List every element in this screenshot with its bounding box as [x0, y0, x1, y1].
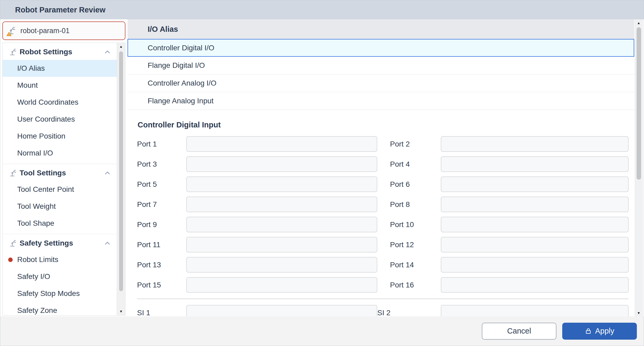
port-14-label: Port 14: [377, 257, 441, 273]
si-1-input[interactable]: [186, 305, 377, 317]
port-1-input[interactable]: [186, 136, 377, 152]
port-10-input[interactable]: [441, 217, 629, 232]
port-9-label: Port 9: [137, 217, 186, 232]
port-13-input[interactable]: [186, 257, 377, 273]
chevron-up-icon: [104, 240, 111, 247]
port-1-label: Port 1: [137, 136, 186, 152]
io-alias-list: I/O Alias Controller Digital I/O Flange …: [128, 19, 634, 110]
port-13-label: Port 13: [137, 257, 186, 273]
section-header-tool-settings[interactable]: Tool Settings: [3, 165, 117, 181]
scroll-up-icon[interactable]: ▲: [117, 43, 125, 50]
main-scrollbar-thumb[interactable]: [637, 27, 641, 180]
lock-icon: [585, 327, 592, 335]
cancel-button[interactable]: Cancel: [482, 323, 556, 340]
sidebar-item-user-coordinates[interactable]: User Coordinates: [3, 111, 117, 128]
sidebar: robot-param-01 Robot Settings I/O Alias …: [0, 19, 128, 317]
port-15-input[interactable]: [186, 277, 377, 293]
red-dot-icon: [8, 258, 13, 262]
port-5-label: Port 5: [137, 176, 186, 192]
scroll-down-icon[interactable]: ▼: [117, 308, 125, 315]
port-8-label: Port 8: [377, 197, 441, 212]
sidebar-item-tool-weight[interactable]: Tool Weight: [3, 198, 117, 215]
robot-name-value: robot-param-01: [20, 27, 70, 35]
main-content: I/O Alias Controller Digital I/O Flange …: [128, 19, 644, 317]
port-15-label: Port 15: [137, 277, 186, 293]
port-11-input[interactable]: [186, 237, 377, 252]
list-item-flange-digital-io[interactable]: Flange Digital I/O: [128, 57, 634, 74]
dialog-footer: Cancel Apply: [0, 316, 644, 346]
port-4-input[interactable]: [441, 156, 629, 172]
sidebar-item-robot-limits[interactable]: Robot Limits: [3, 251, 117, 268]
dialog-titlebar: Robot Parameter Review: [0, 0, 644, 19]
robot-arm-icon: [9, 239, 17, 247]
port-12-label: Port 12: [377, 237, 441, 252]
warning-icon: [6, 32, 12, 36]
port-3-input[interactable]: [186, 156, 377, 172]
section-safety-settings: Safety Settings Robot Limits Safety I/O …: [3, 234, 117, 315]
sidebar-item-safety-zone[interactable]: Safety Zone: [3, 302, 117, 315]
robot-parameter-review-dialog: Robot Parameter Review robot-param-01 Ro…: [0, 0, 644, 346]
si-2-input[interactable]: [441, 305, 629, 317]
robot-name-field[interactable]: robot-param-01: [2, 21, 125, 40]
port-9-input[interactable]: [186, 217, 377, 232]
port-3-label: Port 3: [137, 156, 186, 172]
sidebar-item-safety-stop-modes[interactable]: Safety Stop Modes: [3, 285, 117, 302]
scroll-down-icon[interactable]: ▼: [635, 310, 642, 316]
robot-arm-warning-icon: [7, 26, 17, 36]
port-12-input[interactable]: [441, 237, 629, 252]
io-alias-list-header: I/O Alias: [128, 19, 634, 39]
port-grid: Port 1 Port 2 Port 3 Port 4 Port 5 Port …: [137, 136, 644, 293]
sidebar-item-normal-io[interactable]: Normal I/O: [3, 145, 117, 162]
port-6-input[interactable]: [441, 176, 629, 192]
section-title: Controller Digital Input: [138, 121, 644, 129]
dialog-title: Robot Parameter Review: [15, 6, 106, 14]
settings-tree-panel: Robot Settings I/O Alias Mount World Coo…: [2, 43, 125, 316]
apply-button-label: Apply: [595, 327, 614, 335]
scroll-up-icon[interactable]: ▲: [635, 20, 642, 26]
apply-button[interactable]: Apply: [562, 323, 637, 340]
port-8-input[interactable]: [441, 197, 629, 212]
form-divider: [137, 299, 628, 299]
sidebar-item-tool-center-point[interactable]: Tool Center Point: [3, 181, 117, 198]
sidebar-item-world-coordinates[interactable]: World Coordinates: [3, 94, 117, 111]
port-7-input[interactable]: [186, 197, 377, 212]
si-1-label: SI 1: [137, 305, 186, 317]
sidebar-item-safety-io[interactable]: Safety I/O: [3, 268, 117, 285]
port-5-input[interactable]: [186, 176, 377, 192]
sidebar-item-mount[interactable]: Mount: [3, 77, 117, 94]
port-2-input[interactable]: [441, 136, 629, 152]
port-11-label: Port 11: [137, 237, 186, 252]
robot-arm-icon: [9, 48, 17, 56]
port-2-label: Port 2: [377, 136, 441, 152]
list-item-controller-digital-io[interactable]: Controller Digital I/O: [128, 39, 634, 57]
sidebar-item-tool-shape[interactable]: Tool Shape: [3, 215, 117, 232]
port-6-label: Port 6: [377, 176, 441, 192]
si-grid: SI 1 SI 2: [137, 305, 644, 317]
list-item-flange-analog-input[interactable]: Flange Analog Input: [128, 92, 634, 110]
chevron-up-icon: [104, 48, 111, 55]
main-scrollbar[interactable]: ▲ ▼: [635, 19, 643, 317]
port-16-input[interactable]: [441, 277, 629, 293]
chevron-up-icon: [104, 170, 111, 176]
settings-tree: Robot Settings I/O Alias Mount World Coo…: [3, 43, 117, 315]
section-tool-settings: Tool Settings Tool Center Point Tool Wei…: [3, 164, 117, 234]
si-2-label: SI 2: [377, 305, 441, 317]
port-10-label: Port 10: [377, 217, 441, 232]
robot-arm-icon: [9, 169, 17, 177]
section-header-robot-settings[interactable]: Robot Settings: [3, 44, 117, 60]
port-16-label: Port 16: [377, 277, 441, 293]
sidebar-scrollbar[interactable]: ▲ ▼: [117, 43, 125, 315]
section-header-safety-settings[interactable]: Safety Settings: [3, 235, 117, 251]
port-7-label: Port 7: [137, 197, 186, 212]
port-4-label: Port 4: [377, 156, 441, 172]
list-item-controller-analog-io[interactable]: Controller Analog I/O: [128, 74, 634, 92]
sidebar-item-home-position[interactable]: Home Position: [3, 128, 117, 145]
section-robot-settings: Robot Settings I/O Alias Mount World Coo…: [3, 43, 117, 164]
sidebar-item-io-alias[interactable]: I/O Alias: [3, 60, 117, 77]
port-14-input[interactable]: [441, 257, 629, 273]
sidebar-scrollbar-thumb[interactable]: [119, 51, 123, 291]
